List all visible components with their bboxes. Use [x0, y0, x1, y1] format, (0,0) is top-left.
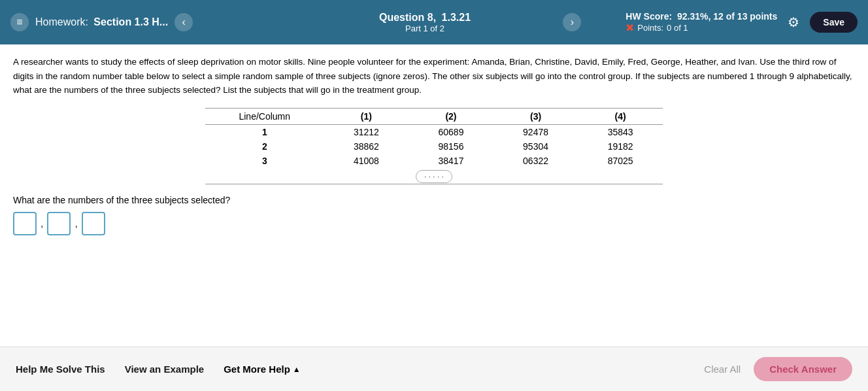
- row-3-c4: 87025: [578, 154, 663, 168]
- help-solve-button[interactable]: Help Me Solve This: [16, 364, 105, 375]
- random-number-table: Line/Column (1) (2) (3) (4) 1 31212 6068…: [205, 108, 663, 184]
- row-3-line: 3: [205, 154, 324, 168]
- clear-all-button[interactable]: Clear All: [704, 364, 741, 375]
- row-1-c1: 31212: [324, 124, 409, 139]
- table-row: 2 38862 98156 95304 19182: [205, 139, 663, 154]
- row-3-c1: 41008: [324, 154, 409, 168]
- points: ✖ Points: 0 of 1: [626, 22, 777, 34]
- save-button[interactable]: Save: [810, 12, 858, 33]
- get-more-help-arrow-icon: ▲: [293, 365, 301, 374]
- answer-input-3[interactable]: [82, 212, 105, 235]
- row-1-c3: 92478: [493, 124, 578, 139]
- col-header-1: (1): [324, 108, 409, 124]
- hw-label: Homework: Section 1.3 H...: [35, 16, 168, 28]
- question-section: What are the numbers of the three subjec…: [13, 195, 855, 235]
- row-2-c4: 19182: [578, 139, 663, 154]
- table-row: 1 31212 60689 92478 35843: [205, 124, 663, 139]
- footer-right: Clear All Check Answer: [704, 357, 852, 381]
- table-row: 3 41008 38417 06322 87025: [205, 154, 663, 168]
- settings-button[interactable]: ⚙: [788, 14, 799, 30]
- header: ≡ Homework: Section 1.3 H... ‹ Question …: [0, 0, 868, 44]
- header-center: Question 8, 1.3.21 Part 1 of 2: [287, 12, 563, 33]
- row-1-c4: 35843: [578, 124, 663, 139]
- answer-input-2[interactable]: [47, 212, 71, 235]
- view-example-button[interactable]: View an Example: [125, 364, 204, 375]
- problem-text: A researcher wants to study the effects …: [13, 55, 855, 97]
- row-2-c1: 38862: [324, 139, 409, 154]
- answer-inputs: , ,: [13, 212, 855, 235]
- row-1-line: 1: [205, 124, 324, 139]
- row-3-c3: 06322: [493, 154, 578, 168]
- main-content: A researcher wants to study the effects …: [0, 44, 868, 347]
- comma-1: ,: [41, 218, 43, 230]
- col-header-4: (4): [578, 108, 663, 124]
- next-question-button[interactable]: ›: [563, 13, 581, 31]
- row-2-c2: 98156: [409, 139, 493, 154]
- get-more-help-button[interactable]: Get More Help ▲: [224, 364, 301, 375]
- question-label: What are the numbers of the three subjec…: [13, 195, 855, 205]
- header-right: HW Score: 92.31%, 12 of 13 points ✖ Poin…: [581, 11, 858, 34]
- question-title: Question 8, 1.3.21: [287, 12, 563, 24]
- footer: Help Me Solve This View an Example Get M…: [0, 347, 868, 391]
- col-header-line: Line/Column: [205, 108, 324, 124]
- x-icon: ✖: [626, 22, 634, 34]
- question-part: Part 1 of 2: [287, 24, 563, 33]
- prev-question-button[interactable]: ‹: [175, 13, 193, 31]
- row-2-c3: 95304: [493, 139, 578, 154]
- header-left: ≡ Homework: Section 1.3 H... ‹: [10, 13, 287, 31]
- footer-left: Help Me Solve This View an Example Get M…: [16, 364, 704, 375]
- answer-input-1[interactable]: [13, 212, 37, 235]
- row-1-c2: 60689: [409, 124, 493, 139]
- hw-score: HW Score: 92.31%, 12 of 13 points: [626, 11, 777, 22]
- row-2-line: 2: [205, 139, 324, 154]
- col-header-2: (2): [409, 108, 493, 124]
- col-header-3: (3): [493, 108, 578, 124]
- get-more-help-label: Get More Help: [224, 364, 290, 375]
- menu-button[interactable]: ≡: [10, 13, 29, 31]
- check-answer-button[interactable]: Check Answer: [754, 357, 852, 381]
- table-dots-row: · · · · ·: [205, 168, 663, 184]
- score-section: HW Score: 92.31%, 12 of 13 points ✖ Poin…: [626, 11, 777, 34]
- comma-2: ,: [75, 218, 77, 230]
- row-3-c2: 38417: [409, 154, 493, 168]
